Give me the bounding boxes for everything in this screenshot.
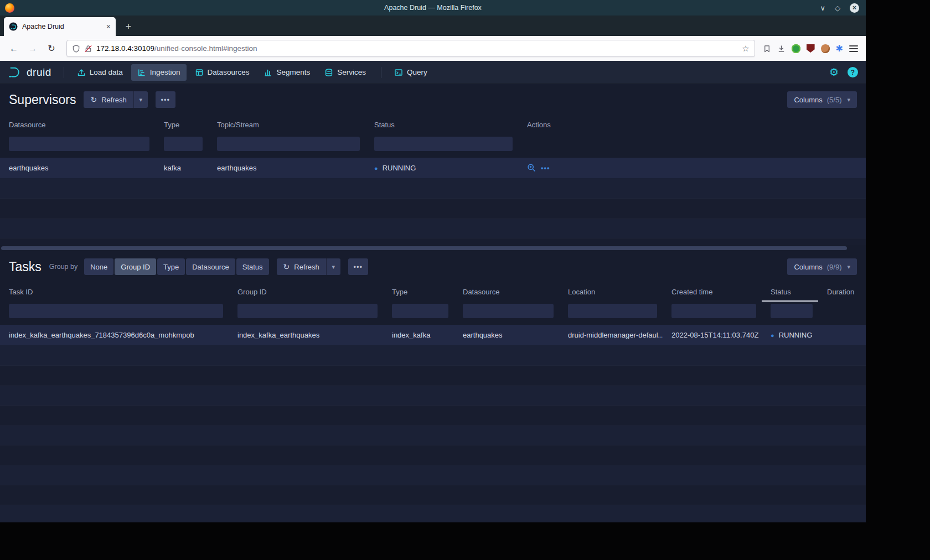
- window-maximize-button[interactable]: ◇: [835, 4, 840, 12]
- supervisor-row[interactable]: earthquakes kafka earthquakes ● RUNNING: [0, 158, 866, 179]
- column-header-duration[interactable]: Duration: [818, 282, 866, 302]
- column-header-created-time[interactable]: Created time: [663, 282, 762, 302]
- window-titlebar: Apache Druid — Mozilla Firefox ∨ ◇ ×: [0, 0, 866, 15]
- filter-task-id-input[interactable]: [9, 304, 223, 318]
- tasks-refresh-button[interactable]: ↻ Refresh: [277, 258, 326, 275]
- insecure-lock-icon[interactable]: [84, 44, 92, 53]
- horizontal-scrollbar[interactable]: [1, 246, 847, 250]
- browser-tab[interactable]: Apache Druid ×: [4, 17, 116, 36]
- datasources-icon: [195, 68, 204, 77]
- window-minimize-button[interactable]: ∨: [820, 4, 825, 12]
- browser-toolbar: ← → ↻ 172.18.0.4:30109/unified-console.h…: [0, 36, 866, 61]
- group-by-datasource-button[interactable]: Datasource: [186, 258, 235, 275]
- filter-status-input[interactable]: [374, 137, 513, 151]
- group-by-status-button[interactable]: Status: [236, 258, 269, 275]
- supervisors-more-button[interactable]: •••: [156, 91, 175, 108]
- tasks-more-button[interactable]: •••: [348, 258, 368, 275]
- empty-row: [0, 485, 866, 505]
- column-header-location[interactable]: Location: [559, 282, 663, 302]
- column-header-type[interactable]: Type: [383, 282, 454, 302]
- bookmark-star-icon[interactable]: ☆: [742, 44, 749, 54]
- druid-logo[interactable]: druid: [8, 66, 51, 79]
- filter-created-time-input[interactable]: [671, 304, 756, 318]
- tasks-columns-button[interactable]: Columns (9/9) ▾: [787, 258, 857, 275]
- nav-ingestion[interactable]: Ingestion: [131, 64, 187, 81]
- cell-status: ● RUNNING: [365, 164, 518, 172]
- group-by-group-id-button[interactable]: Group ID: [115, 258, 156, 275]
- nav-services[interactable]: Services: [318, 64, 372, 81]
- column-header-type[interactable]: Type: [155, 115, 208, 134]
- nav-label: Segments: [276, 68, 310, 76]
- supervisors-table-header: Datasource Type Topic/Stream Status Acti…: [0, 115, 866, 134]
- cell-status: ● RUNNING: [762, 331, 818, 339]
- column-header-task-id[interactable]: Task ID: [0, 282, 229, 302]
- forward-button[interactable]: →: [24, 40, 41, 57]
- empty-row: [0, 366, 866, 386]
- filter-type-input[interactable]: [164, 137, 203, 151]
- filter-datasource-input[interactable]: [9, 137, 149, 151]
- cell-group-id: index_kafka_earthquakes: [229, 331, 383, 339]
- group-by-segmented-control: None Group ID Type Datasource Status: [84, 258, 268, 275]
- nav-datasources[interactable]: Datasources: [189, 64, 256, 81]
- filter-datasource-input[interactable]: [463, 304, 554, 318]
- supervisors-filter-row: [0, 134, 866, 158]
- bookmarks-icon[interactable]: [763, 44, 771, 53]
- columns-label: Columns: [794, 96, 822, 104]
- column-header-status-sorted[interactable]: Status: [762, 282, 818, 302]
- menu-icon[interactable]: [849, 45, 858, 52]
- task-row[interactable]: index_kafka_earthquakes_7184357396d6c0a_…: [0, 325, 866, 346]
- extension-green-icon[interactable]: [792, 44, 800, 53]
- group-by-none-button[interactable]: None: [84, 258, 113, 275]
- druid-header: druid Load data Ingestion Datasources: [0, 61, 866, 84]
- filter-group-id-input[interactable]: [237, 304, 378, 318]
- settings-gear-icon[interactable]: ⚙: [829, 66, 839, 79]
- supervisors-table: Datasource Type Topic/Stream Status Acti…: [0, 115, 866, 252]
- supervisors-refresh-caret-button[interactable]: ▾: [133, 91, 148, 108]
- url-bar[interactable]: 172.18.0.4:30109/unified-console.html#in…: [66, 40, 755, 57]
- column-header-datasource[interactable]: Datasource: [454, 282, 559, 302]
- supervisors-refresh-button[interactable]: ↻ Refresh: [84, 91, 133, 108]
- console-content: Supervisors ↻ Refresh ▾ ••• Columns (5/5…: [0, 84, 866, 522]
- tasks-refresh-caret-button[interactable]: ▾: [326, 258, 340, 275]
- empty-row: [0, 445, 866, 465]
- druid-favicon-icon: [9, 22, 18, 31]
- reload-button[interactable]: ↻: [43, 40, 60, 57]
- tracking-protection-shield-icon[interactable]: [72, 44, 80, 53]
- magnify-detail-icon[interactable]: [527, 163, 536, 173]
- query-icon: [394, 68, 403, 77]
- cell-topic-stream: earthquakes: [208, 164, 365, 172]
- empty-row: [0, 386, 866, 406]
- columns-count: (5/5): [827, 96, 842, 104]
- help-icon[interactable]: ?: [848, 67, 858, 77]
- column-header-actions: Actions: [518, 115, 866, 134]
- column-header-group-id[interactable]: Group ID: [229, 282, 383, 302]
- nav-load-data[interactable]: Load data: [71, 64, 129, 81]
- column-header-topic-stream[interactable]: Topic/Stream: [208, 115, 365, 134]
- filter-topic-stream-input[interactable]: [217, 137, 360, 151]
- url-text: 172.18.0.4:30109/unified-console.html#in…: [96, 44, 738, 53]
- nav-query[interactable]: Query: [388, 64, 433, 81]
- header-divider: [64, 67, 64, 78]
- column-header-status[interactable]: Status: [365, 115, 518, 134]
- empty-row: [0, 219, 866, 238]
- new-tab-button[interactable]: +: [120, 18, 137, 35]
- firefox-window: Apache Druid — Mozilla Firefox ∨ ◇ × Apa…: [0, 0, 866, 522]
- filter-type-input[interactable]: [392, 304, 448, 318]
- row-more-actions-icon[interactable]: •••: [541, 164, 550, 172]
- extension-asterisk-icon[interactable]: ✱: [836, 44, 843, 53]
- back-button[interactable]: ←: [6, 40, 22, 57]
- supervisors-columns-button[interactable]: Columns (5/5) ▾: [787, 91, 857, 108]
- window-close-button[interactable]: ×: [850, 3, 859, 13]
- refresh-label: Refresh: [101, 96, 127, 104]
- group-by-type-button[interactable]: Type: [157, 258, 185, 275]
- downloads-icon[interactable]: [777, 44, 786, 53]
- supervisors-title: Supervisors: [9, 92, 76, 107]
- empty-row: [0, 179, 866, 199]
- extension-avatar-icon[interactable]: [821, 44, 830, 53]
- nav-segments[interactable]: Segments: [257, 64, 316, 81]
- column-header-datasource[interactable]: Datasource: [0, 115, 155, 134]
- tab-close-icon[interactable]: ×: [106, 22, 111, 31]
- filter-location-input[interactable]: [568, 304, 657, 318]
- ublock-extension-icon[interactable]: [807, 44, 815, 53]
- filter-status-input[interactable]: [771, 304, 813, 318]
